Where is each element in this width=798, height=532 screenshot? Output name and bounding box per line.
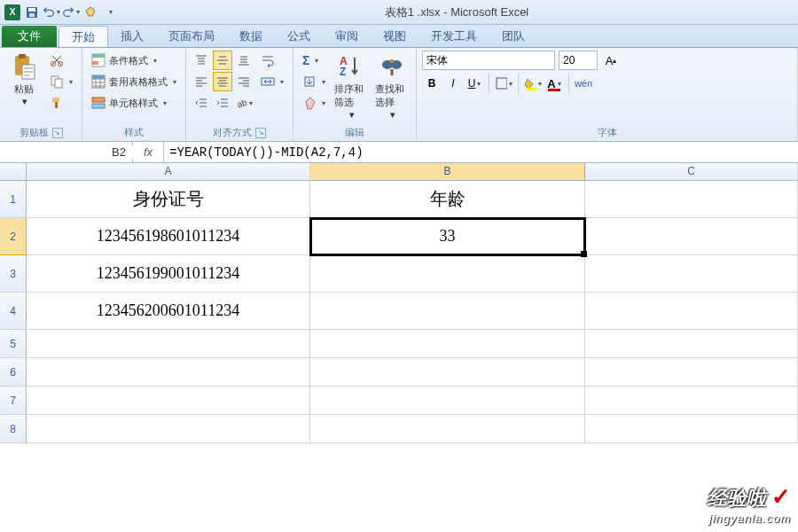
font-size-select[interactable] xyxy=(559,51,598,70)
tab-view[interactable]: 视图 xyxy=(371,26,419,47)
conditional-format-button[interactable]: 条件格式▾ xyxy=(88,51,180,70)
tab-insert[interactable]: 插入 xyxy=(108,26,156,47)
italic-button[interactable]: I xyxy=(443,74,463,93)
cell-B2[interactable]: 33 xyxy=(310,218,585,255)
cell-C4[interactable] xyxy=(585,293,798,330)
select-all-corner[interactable] xyxy=(0,163,27,180)
cell-B6[interactable] xyxy=(310,358,585,387)
row-header-8[interactable]: 8 xyxy=(0,415,27,443)
align-center-icon[interactable] xyxy=(213,72,232,91)
phonetic-button[interactable]: wén xyxy=(574,74,593,93)
col-header-C[interactable]: C xyxy=(585,163,798,180)
fill-color-button[interactable]: ▾ xyxy=(523,74,543,93)
cell-C6[interactable] xyxy=(585,358,798,387)
file-tab[interactable]: 文件 xyxy=(2,26,57,47)
save-icon[interactable] xyxy=(23,4,41,21)
cell-C5[interactable] xyxy=(585,330,798,358)
format-painter-button[interactable] xyxy=(46,93,76,113)
cut-button[interactable] xyxy=(46,51,76,70)
tab-team[interactable]: 团队 xyxy=(489,26,537,47)
row-header-7[interactable]: 7 xyxy=(0,387,27,415)
svg-rect-14 xyxy=(92,61,98,65)
watermark-url: jingyanla.com xyxy=(708,512,791,525)
copy-button[interactable]: ▾ xyxy=(46,72,76,91)
align-bottom-icon[interactable] xyxy=(234,51,254,70)
redo-icon[interactable]: ▾ xyxy=(62,4,80,21)
align-left-icon[interactable] xyxy=(192,72,211,91)
orientation-icon[interactable]: ab▾ xyxy=(234,93,254,113)
bold-button[interactable]: B xyxy=(422,74,442,93)
cell-C3[interactable] xyxy=(585,255,798,293)
decrease-indent-icon[interactable] xyxy=(192,93,211,113)
group-font: A▴ B I U▾ ▾ ▾ A▾ wén 字体 xyxy=(417,48,798,141)
increase-font-icon[interactable]: A▴ xyxy=(601,51,621,70)
row-header-3[interactable]: 3 xyxy=(0,255,27,293)
cell-B4[interactable] xyxy=(310,293,585,330)
qat-customize-icon[interactable]: ▾ xyxy=(101,4,119,21)
col-header-A[interactable]: A xyxy=(27,163,310,180)
alignment-launcher-icon[interactable]: ↘ xyxy=(255,128,266,138)
border-button[interactable]: ▾ xyxy=(494,74,513,93)
align-right-icon[interactable] xyxy=(234,72,254,91)
tab-home[interactable]: 开始 xyxy=(59,26,108,47)
cell-A2[interactable]: 123456198601011234 xyxy=(27,218,310,255)
tab-data[interactable]: 数据 xyxy=(227,26,275,47)
cell-A1[interactable]: 身份证号 xyxy=(27,181,310,218)
tab-review[interactable]: 审阅 xyxy=(323,26,371,47)
font-color-button[interactable]: A▾ xyxy=(544,74,564,93)
increase-indent-icon[interactable] xyxy=(213,93,232,113)
cell-A4[interactable]: 123456200601011234 xyxy=(27,293,310,330)
svg-rect-9 xyxy=(55,79,62,88)
clipboard-launcher-icon[interactable]: ↘ xyxy=(52,128,63,138)
tab-page-layout[interactable]: 页面布局 xyxy=(156,26,227,47)
svg-rect-2 xyxy=(29,13,35,17)
merge-center-button[interactable]: ▾ xyxy=(257,72,287,91)
table-format-button[interactable]: 套用表格格式▾ xyxy=(88,72,180,91)
tab-formulas[interactable]: 公式 xyxy=(275,26,323,47)
cell-B5[interactable] xyxy=(310,330,585,358)
col-header-B[interactable]: B xyxy=(310,163,585,180)
formula-input[interactable] xyxy=(164,142,798,162)
svg-text:ab: ab xyxy=(236,97,247,109)
cell-C8[interactable] xyxy=(585,415,798,443)
cell-B3[interactable] xyxy=(310,255,585,293)
cell-styles-button[interactable]: 单元格样式▾ xyxy=(88,93,180,113)
cell-C1[interactable] xyxy=(585,181,798,218)
font-name-select[interactable] xyxy=(422,51,555,70)
clear-icon[interactable] xyxy=(82,4,99,21)
row-header-6[interactable]: 6 xyxy=(0,358,27,387)
cell-A3[interactable]: 123456199001011234 xyxy=(27,255,310,293)
cell-A5[interactable] xyxy=(27,330,310,358)
align-top-icon[interactable] xyxy=(192,51,211,70)
row-header-2[interactable]: 2 xyxy=(0,218,27,255)
fill-handle[interactable] xyxy=(581,251,587,257)
font-group-label: 字体 xyxy=(598,126,617,139)
fx-icon[interactable]: fx xyxy=(138,145,158,159)
wrap-text-button[interactable] xyxy=(257,51,287,70)
underline-button[interactable]: U▾ xyxy=(465,74,484,93)
find-select-button[interactable]: 查找和选择▾ xyxy=(373,51,411,122)
row-header-4[interactable]: 4 xyxy=(0,293,27,330)
paste-button[interactable]: 粘贴 ▾ xyxy=(5,51,43,109)
autosum-button[interactable]: Σ▾ xyxy=(299,51,329,70)
cell-C7[interactable] xyxy=(585,387,798,415)
cell-C2[interactable] xyxy=(585,218,798,255)
undo-icon[interactable]: ▾ xyxy=(43,4,60,21)
cell-A6[interactable] xyxy=(27,358,310,387)
quick-access-toolbar: X ▾ ▾ ▾ xyxy=(4,4,119,21)
row-header-1[interactable]: 1 xyxy=(0,181,27,218)
excel-app-icon[interactable]: X xyxy=(4,4,21,21)
cell-B1[interactable]: 年龄 xyxy=(310,181,585,218)
clear-button[interactable]: ▾ xyxy=(299,93,329,113)
cell-A7[interactable] xyxy=(27,387,310,415)
row-header-5[interactable]: 5 xyxy=(0,330,27,358)
align-middle-icon[interactable] xyxy=(213,51,232,70)
cell-A8[interactable] xyxy=(27,415,310,443)
cell-B7[interactable] xyxy=(310,387,585,415)
fill-button[interactable]: ▾ xyxy=(299,72,329,91)
tab-developer[interactable]: 开发工具 xyxy=(419,26,489,47)
cell-B8[interactable] xyxy=(310,415,585,443)
svg-rect-27 xyxy=(497,78,507,89)
sort-filter-button[interactable]: AZ 排序和筛选▾ xyxy=(332,51,370,122)
alignment-group-label: 对齐方式 xyxy=(213,126,252,139)
